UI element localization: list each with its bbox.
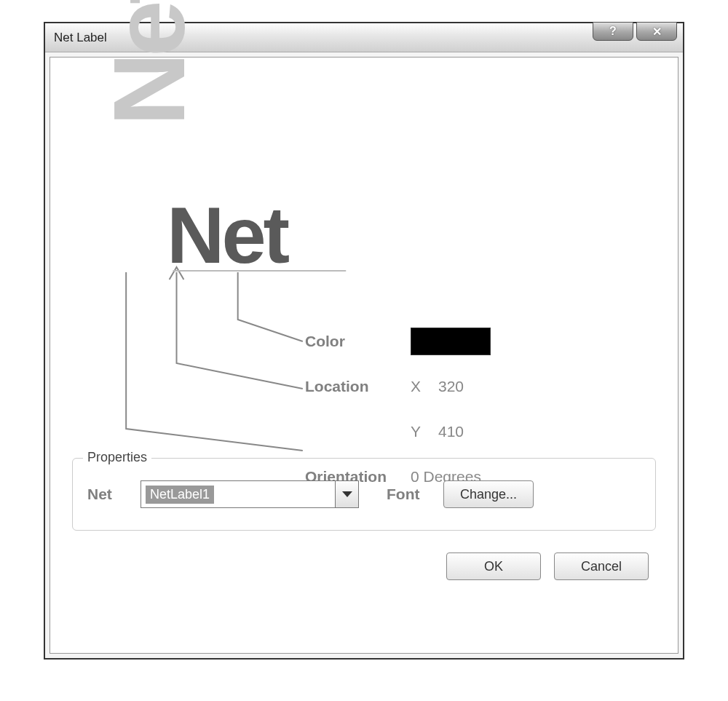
net-combobox[interactable]: NetLabel1 [141, 480, 359, 508]
dialog-buttons: OK Cancel [65, 553, 663, 580]
location-row-x: Location X 320 [305, 372, 491, 401]
font-label: Font [387, 486, 430, 503]
color-label: Color [305, 333, 411, 350]
ok-button[interactable]: OK [446, 553, 541, 580]
dialog-content: Net Net Color Location [50, 57, 678, 654]
net-label: Net [87, 486, 127, 503]
preview-main-text: Net [167, 189, 287, 281]
dialog-window: Net Label ? ✕ Net Net [44, 22, 684, 660]
preview-area: Net Net Color Location [65, 72, 663, 458]
titlebar-controls: ? ✕ [593, 22, 677, 41]
help-button[interactable]: ? [593, 22, 633, 41]
preview-rotated-text: Net [98, 0, 200, 126]
properties-group: Properties Net NetLabel1 Font Change... [72, 458, 656, 531]
chevron-down-icon [342, 491, 352, 497]
location-label: Location [305, 378, 411, 395]
close-button[interactable]: ✕ [636, 22, 677, 41]
color-row: Color [305, 327, 491, 356]
y-label: Y [411, 423, 438, 440]
properties-row: Net NetLabel1 Font Change... [87, 480, 641, 508]
color-swatch[interactable] [411, 328, 491, 355]
x-value[interactable]: 320 [438, 378, 464, 395]
change-font-button[interactable]: Change... [443, 480, 534, 508]
x-label: X [411, 378, 438, 395]
help-icon: ? [609, 25, 617, 38]
y-value[interactable]: 410 [438, 423, 464, 440]
net-value: NetLabel1 [146, 486, 214, 504]
properties-legend: Properties [83, 450, 151, 465]
cancel-button[interactable]: Cancel [554, 553, 649, 580]
net-input[interactable]: NetLabel1 [141, 481, 335, 507]
net-dropdown-button[interactable] [335, 481, 358, 507]
location-row-y: Y 410 [305, 417, 491, 446]
close-icon: ✕ [652, 25, 662, 39]
